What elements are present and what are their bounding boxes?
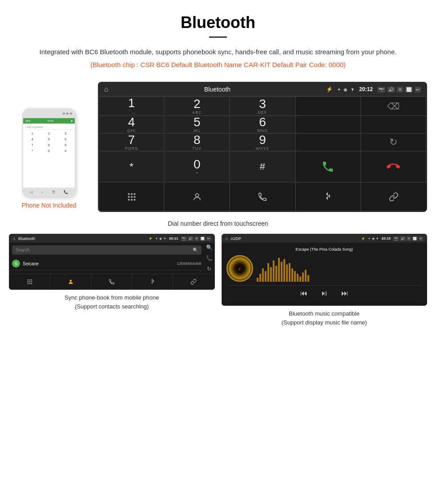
phone-key-4: 4	[24, 137, 40, 142]
pb-call-icon[interactable]: 📞	[206, 255, 213, 261]
refresh-button[interactable]: ↻	[361, 133, 426, 151]
pb-home-icon[interactable]: ⌂	[13, 236, 16, 241]
prev-button[interactable]: ⏮	[300, 289, 307, 297]
key-9[interactable]: 9 WXYZ	[230, 133, 295, 151]
phone-key-0: 0	[41, 148, 57, 153]
phonebook-caption-line2: (Support contacts searching)	[75, 303, 149, 310]
key-5[interactable]: 5 JKL	[164, 116, 230, 133]
svg-rect-11	[29, 280, 30, 280]
location-status-icon: ◉	[343, 87, 347, 92]
music-status-icons: ✦ ◉ ▼	[368, 237, 379, 240]
refresh-icon: ↻	[389, 136, 397, 148]
music-screen: ⌂ A2DP ⚡ ✦ ◉ ▼ 20:15 📷 🔊 ✕ ⬜ ↩	[222, 234, 428, 306]
pb-contacts-btn[interactable]	[50, 274, 91, 289]
bottom-screenshots: ⌂ Bluetooth ⚡ ✦ ◉ ▼ 20:11 📷 🔊 ✕ ⬜ ↩	[0, 234, 436, 330]
svg-rect-7	[131, 199, 133, 200]
close-icon[interactable]: ✕	[397, 87, 403, 92]
svg-rect-13	[27, 281, 28, 282]
back-icon[interactable]: ↩	[415, 87, 421, 92]
phone-sidebar: ●●● M:00 ■ + Add to Contacts 1 2 3 4 5 6…	[9, 82, 89, 209]
svg-rect-12	[31, 280, 32, 280]
key-0[interactable]: 0 +	[164, 151, 230, 182]
link-button[interactable]	[361, 182, 426, 211]
key-1[interactable]: 1 ⌒◡	[99, 96, 164, 116]
music-bt-icon: ✦	[368, 237, 371, 240]
phonebook-statusbar: ⌂ Bluetooth ⚡ ✦ ◉ ▼ 20:11 📷 🔊 ✕ ⬜ ↩	[9, 234, 214, 243]
play-pause-button[interactable]: ⏯	[321, 289, 328, 297]
pb-sync-icon[interactable]: ↻	[206, 266, 213, 272]
empty-3-4	[295, 133, 361, 151]
svg-rect-6	[128, 199, 129, 200]
key-4[interactable]: 4 GHI	[99, 116, 164, 133]
phone-screen: ●●● M:00 ■ + Add to Contacts 1 2 3 4 5 6…	[23, 118, 75, 188]
music-right-icons: 📷 🔊 ✕ ⬜ ↩	[393, 236, 423, 241]
svg-rect-10	[27, 280, 28, 280]
svg-rect-15	[31, 281, 32, 282]
music-screen-title: A2DP	[231, 236, 359, 241]
contacts-button[interactable]	[164, 182, 230, 211]
music-disc-inner: ♪	[235, 264, 244, 273]
pb-bt-icon: ✦	[155, 237, 158, 240]
window-icon[interactable]: ⬜	[405, 87, 413, 92]
contact-row[interactable]: S Seicane 13566664466	[12, 257, 202, 270]
contact-name: Seicane	[23, 261, 174, 266]
key-2[interactable]: 2 ABC	[164, 96, 230, 116]
key-hash[interactable]: #	[230, 151, 295, 182]
phone-key-2: 2	[41, 131, 57, 136]
phonebook-content: Search 🔍 S Seicane 13566664466 🔍 📞 ↻	[9, 243, 214, 274]
call-log-button[interactable]	[230, 182, 295, 211]
pb-wifi-icon: ▼	[163, 237, 166, 240]
search-bar[interactable]: Search 🔍	[12, 245, 202, 255]
phone-add-contact: + Add to Contacts	[24, 125, 73, 130]
pb-calls-btn[interactable]	[91, 274, 132, 289]
bluetooth-button[interactable]	[295, 182, 361, 211]
pb-loc-icon: ◉	[159, 237, 162, 240]
search-placeholder: Search	[16, 248, 30, 252]
phonebook-caption: Sync phone-book from mobile phone (Suppo…	[62, 290, 161, 314]
phone-dot	[63, 112, 65, 115]
pb-win-icon: ⬜	[200, 236, 206, 241]
page-header: Bluetooth Integrated with BC6 Bluetooth …	[0, 0, 436, 77]
key-star[interactable]: *	[99, 151, 164, 182]
svg-point-9	[195, 193, 198, 196]
key-6[interactable]: 6 MNO	[230, 116, 295, 133]
key-3[interactable]: 3 DEF	[230, 96, 295, 116]
pb-bt-btn[interactable]	[132, 274, 173, 289]
pb-link-btn[interactable]	[173, 274, 214, 289]
home-icon[interactable]: ⌂	[104, 85, 109, 93]
phone-screen-body: + Add to Contacts 1 2 3 4 5 6 7 8 9 * 0 …	[23, 124, 75, 188]
music-back-icon: ↩	[419, 236, 423, 241]
end-call-button[interactable]	[361, 151, 426, 182]
pb-dialpad-btn[interactable]	[9, 274, 50, 289]
phone-key-8: 8	[41, 143, 57, 148]
header-divider	[209, 36, 227, 38]
svg-rect-8	[133, 199, 135, 200]
call-button[interactable]	[295, 151, 361, 182]
pb-status-time: 20:11	[169, 236, 178, 240]
svg-point-19	[69, 280, 72, 282]
phonebook-main: Search 🔍 S Seicane 13566664466	[9, 243, 204, 274]
music-controls: ⏮ ⏯ ⏭	[226, 285, 423, 301]
pb-vol-icon: 🔊	[188, 236, 194, 241]
music-screenshot-block: ⌂ A2DP ⚡ ✦ ◉ ▼ 20:15 📷 🔊 ✕ ⬜ ↩	[222, 234, 428, 330]
header-specs: (Bluetooth chip : CSR BC6 Default Blueto…	[36, 61, 400, 68]
volume-icon[interactable]: 🔊	[387, 87, 395, 92]
pb-camera-icon: 📷	[181, 236, 187, 241]
dialpad-button[interactable]	[99, 182, 164, 211]
backspace-button[interactable]: ⌫	[361, 96, 426, 116]
music-equalizer	[257, 255, 423, 282]
music-song-title: Escape (The Pina Colada Song)	[226, 247, 423, 252]
key-7[interactable]: 7 PQRS	[99, 133, 164, 151]
pb-search-icon[interactable]: 🔍	[206, 244, 213, 251]
music-home-icon[interactable]: ⌂	[226, 236, 228, 241]
svg-rect-0	[128, 193, 129, 195]
camera-icon[interactable]: 📷	[377, 87, 385, 92]
pb-bottom-bar	[9, 274, 214, 289]
phone-signal: ●●●	[25, 120, 30, 122]
music-caption-line1: Bluetooth music compatible	[289, 310, 359, 317]
next-button[interactable]: ⏭	[341, 289, 348, 297]
music-statusbar: ⌂ A2DP ⚡ ✦ ◉ ▼ 20:15 📷 🔊 ✕ ⬜ ↩	[222, 234, 427, 243]
music-note-icon: ♪	[238, 266, 241, 271]
key-8[interactable]: 8 TUV	[164, 133, 230, 151]
phonebook-screenshot-block: ⌂ Bluetooth ⚡ ✦ ◉ ▼ 20:11 📷 🔊 ✕ ⬜ ↩	[9, 234, 215, 330]
